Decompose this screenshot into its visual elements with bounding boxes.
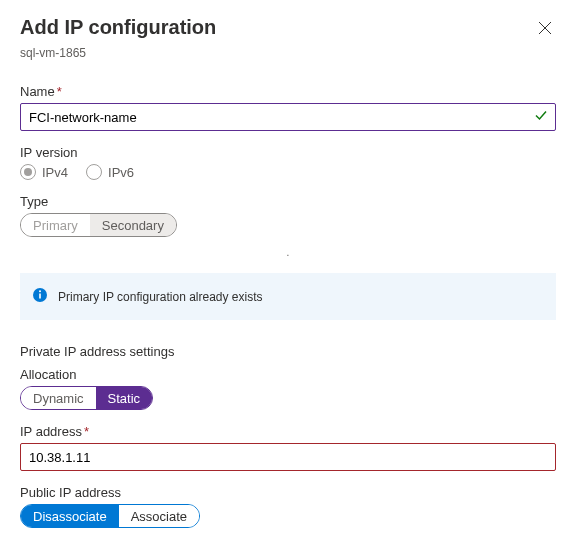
associate-option[interactable]: Associate [119, 505, 199, 527]
close-button[interactable] [534, 16, 556, 42]
type-label: Type [20, 194, 556, 209]
ip-address-label: IP address* [20, 424, 556, 439]
page-title: Add IP configuration [20, 16, 216, 39]
name-label-text: Name [20, 84, 55, 99]
ipv4-radio: IPv4 [20, 164, 68, 180]
type-toggle: Primary Secondary [20, 213, 177, 237]
svg-rect-1 [39, 294, 41, 299]
name-label: Name* [20, 84, 556, 99]
public-ip-toggle[interactable]: Disassociate Associate [20, 504, 200, 528]
allocation-toggle[interactable]: Dynamic Static [20, 386, 153, 410]
name-input[interactable] [20, 103, 556, 131]
required-indicator: * [84, 424, 89, 439]
svg-point-2 [39, 290, 41, 292]
allocation-dynamic-option[interactable]: Dynamic [21, 387, 96, 409]
allocation-label: Allocation [20, 367, 556, 382]
info-banner: Primary IP configuration already exists [20, 273, 556, 320]
required-indicator: * [57, 84, 62, 99]
ipv4-label: IPv4 [42, 165, 68, 180]
ipv6-label: IPv6 [108, 165, 134, 180]
ip-version-label: IP version [20, 145, 556, 160]
ip-address-input[interactable] [20, 443, 556, 471]
disassociate-option[interactable]: Disassociate [21, 505, 119, 527]
type-primary-option: Primary [21, 214, 90, 236]
separator-dot: . [20, 251, 556, 255]
radio-circle-icon [20, 164, 36, 180]
valid-check-icon [534, 109, 548, 126]
info-icon [32, 287, 48, 306]
type-secondary-option: Secondary [90, 214, 176, 236]
close-icon [538, 21, 552, 35]
ipv6-radio: IPv6 [86, 164, 134, 180]
page-subtitle: sql-vm-1865 [20, 46, 556, 60]
ip-address-label-text: IP address [20, 424, 82, 439]
public-ip-label: Public IP address [20, 485, 556, 500]
private-ip-section-title: Private IP address settings [20, 344, 556, 359]
radio-circle-icon [86, 164, 102, 180]
allocation-static-option[interactable]: Static [96, 387, 153, 409]
info-text: Primary IP configuration already exists [58, 290, 263, 304]
